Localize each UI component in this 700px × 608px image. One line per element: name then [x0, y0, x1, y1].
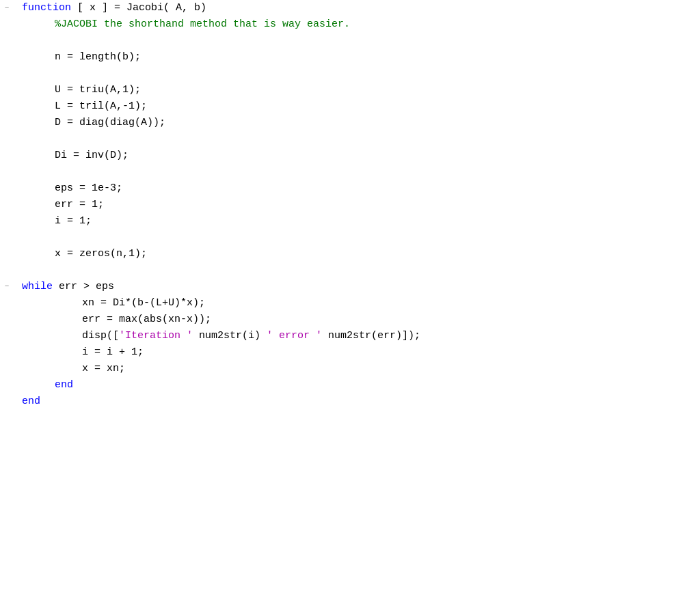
fold-while[interactable]: − — [0, 279, 14, 292]
keyword-while: while — [22, 281, 53, 292]
line-end-function: end — [0, 393, 700, 410]
line-content: n = length(b); — [14, 49, 700, 65]
fold-function[interactable]: − — [0, 0, 14, 14]
line-err-assign: err = 1; — [0, 197, 700, 213]
line-content: err = 1; — [14, 197, 700, 212]
line-content: err = max(abs(xn-x)); — [14, 312, 700, 327]
line-content: end — [14, 377, 700, 393]
line-n-assign: n = length(b); — [0, 49, 700, 66]
empty-line — [0, 131, 700, 148]
line-content: i = 1; — [14, 213, 700, 229]
line-xn-assign: xn = Di*(b-(L+U)*x); — [0, 295, 700, 312]
line-function-def: − function [ x ] = Jacobi( A, b) — [0, 0, 700, 16]
line-content: xn = Di*(b-(L+U)*x); — [14, 295, 700, 311]
comment-text: %JACOBI the shorthand method that is way… — [55, 18, 350, 30]
empty-line — [0, 262, 700, 279]
line-comment: %JACOBI the shorthand method that is way… — [0, 16, 700, 33]
line-content: x = zeros(n,1); — [14, 246, 700, 262]
line-i-increment: i = i + 1; — [0, 344, 700, 361]
line-disp: disp(['Iteration ' num2str(i) ' error ' … — [0, 328, 700, 344]
line-d-assign: D = diag(diag(A)); — [0, 115, 700, 131]
line-err-update: err = max(abs(xn-x)); — [0, 312, 700, 328]
string-error: ' error ' — [267, 330, 322, 342]
line-content: Di = inv(D); — [14, 148, 700, 163]
keyword-end-function: end — [22, 396, 40, 407]
line-content: L = tril(A,-1); — [14, 98, 700, 114]
line-x-zeros: x = zeros(n,1); — [0, 246, 700, 262]
line-eps-assign: eps = 1e-3; — [0, 180, 700, 197]
empty-line — [0, 66, 700, 82]
code-text: [ x ] = Jacobi( A, b) — [71, 2, 206, 14]
line-content: %JACOBI the shorthand method that is way… — [14, 16, 700, 32]
line-end-while: end — [0, 377, 700, 393]
line-x-update: x = xn; — [0, 361, 700, 377]
keyword-end-while: end — [55, 379, 73, 391]
line-while: − while err > eps — [0, 279, 700, 295]
empty-line — [0, 230, 700, 246]
line-di-assign: Di = inv(D); — [0, 148, 700, 164]
line-l-assign: L = tril(A,-1); — [0, 98, 700, 115]
line-content: i = i + 1; — [14, 344, 700, 360]
code-text: err > eps — [53, 281, 114, 292]
line-content: while err > eps — [14, 279, 700, 294]
line-content: disp(['Iteration ' num2str(i) ' error ' … — [14, 328, 700, 344]
code-container: − function [ x ] = Jacobi( A, b) %JACOBI… — [0, 0, 700, 608]
empty-line — [0, 164, 700, 180]
string-iteration: 'Iteration ' — [119, 330, 193, 342]
line-content: x = xn; — [14, 361, 700, 376]
keyword-function: function — [22, 2, 71, 14]
line-content: function [ x ] = Jacobi( A, b) — [14, 0, 700, 16]
line-content: U = triu(A,1); — [14, 82, 700, 98]
line-u-assign: U = triu(A,1); — [0, 82, 700, 98]
line-content: end — [14, 393, 700, 409]
line-content: D = diag(diag(A)); — [14, 115, 700, 130]
line-i-assign: i = 1; — [0, 213, 700, 230]
line-content: eps = 1e-3; — [14, 180, 700, 196]
empty-line — [0, 33, 700, 49]
